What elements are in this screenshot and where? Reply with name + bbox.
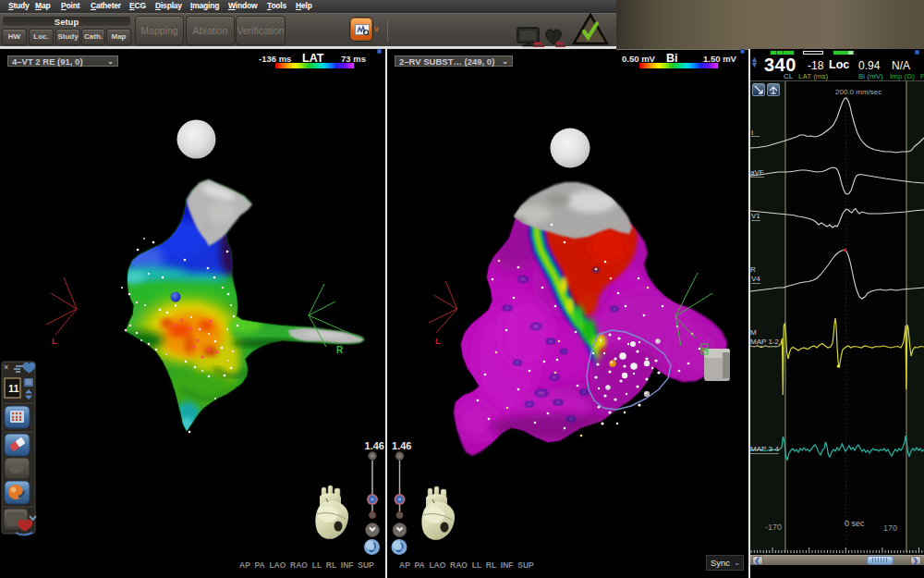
svg-text:1.46: 1.46 <box>392 440 411 451</box>
svg-text:L: L <box>435 337 441 346</box>
svg-text:R: R <box>702 346 708 354</box>
svg-text:-170: -170 <box>765 523 782 532</box>
svg-text:L: L <box>52 337 57 346</box>
svg-text:R: R <box>336 345 344 355</box>
svg-text:11: 11 <box>8 383 19 394</box>
svg-text:0 sec: 0 sec <box>845 519 865 528</box>
svg-text:1.46: 1.46 <box>365 440 384 451</box>
svg-text:×: × <box>4 363 8 372</box>
svg-text:170: 170 <box>883 523 897 533</box>
